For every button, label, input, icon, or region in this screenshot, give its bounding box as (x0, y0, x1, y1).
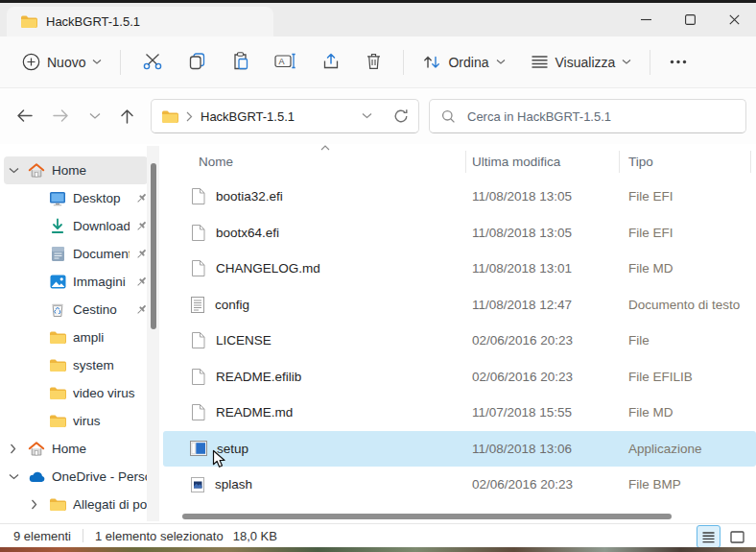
copy-button[interactable] (188, 52, 206, 73)
file-icon (190, 368, 206, 386)
file-rows: bootia32.efi11/08/2018 13:05File EFIboot… (163, 179, 756, 503)
onedrive-icon (27, 470, 46, 483)
sidebar-item-immagini[interactable]: Immagini (4, 268, 148, 296)
sidebar-item-video-virus[interactable]: video virus (4, 379, 148, 407)
file-row-bootia32-efi[interactable]: bootia32.efi11/08/2018 13:05File EFI (163, 179, 756, 215)
view-icon (531, 55, 549, 69)
window-controls (624, 3, 756, 36)
column-divider[interactable] (465, 151, 466, 173)
file-name-cell: config (163, 296, 472, 314)
sidebar-item-allegati-di-post[interactable]: Allegati di post (4, 491, 148, 518)
maximize-button[interactable] (668, 3, 712, 36)
refresh-icon[interactable] (393, 108, 409, 124)
file-name: setup (217, 442, 248, 456)
search-box[interactable] (429, 99, 746, 133)
column-headers: Nome Ultima modifica Tipo (163, 144, 756, 179)
sidebar-item-documenti[interactable]: Documenti (4, 240, 148, 268)
file-modified: 11/08/2018 13:05 (472, 189, 628, 204)
status-divider (83, 529, 83, 542)
recycle-bin-icon (48, 301, 67, 318)
close-button[interactable] (712, 3, 756, 36)
sidebar-item-cestino[interactable]: Cestino (4, 296, 148, 324)
toolbar-divider (120, 50, 121, 75)
file-name-cell: splash (163, 476, 472, 493)
file-icon (190, 259, 206, 277)
breadcrumb-path[interactable]: HackBGRT-1.5.1 (201, 109, 295, 124)
new-button[interactable]: Nuovo (13, 46, 110, 78)
folder-icon (20, 14, 37, 29)
file-row-readme-efilib[interactable]: README.efilib02/06/2016 20:23File EFILIB (163, 359, 756, 396)
chevron-right-icon[interactable] (27, 499, 42, 510)
new-button-label: Nuovo (47, 55, 85, 70)
sidebar-item-label: Cestino (73, 302, 117, 317)
cut-button[interactable] (142, 52, 163, 73)
sidebar-item-onedrive-perso[interactable]: OneDrive - Perso (4, 463, 148, 491)
details-view-icon (701, 531, 716, 543)
column-header-nome[interactable]: Nome (163, 155, 472, 169)
sidebar-item-desktop[interactable]: Desktop (4, 184, 148, 212)
column-divider[interactable] (750, 151, 751, 173)
minimize-button[interactable] (624, 3, 668, 36)
sidebar-item-system[interactable]: system (4, 351, 148, 379)
column-header-tipo[interactable]: Tipo (628, 155, 756, 169)
rename-button[interactable]: A (274, 53, 296, 72)
text-file-icon (190, 296, 205, 314)
sidebar-item-label: Home (52, 163, 86, 178)
view-button[interactable]: Visualizza (522, 48, 641, 77)
chevron-down-icon[interactable] (6, 167, 21, 175)
navigation-bar: HackBGRT-1.5.1 (0, 88, 756, 144)
file-modified: 11/08/2018 13:06 (472, 442, 628, 456)
file-row-setup[interactable]: setup11/08/2018 13:06Applicazione (163, 431, 756, 468)
sidebar-item-ampli[interactable]: ampli (4, 324, 148, 351)
address-bar[interactable]: HackBGRT-1.5.1 (151, 99, 419, 133)
search-input[interactable] (465, 108, 734, 125)
chevron-right-icon[interactable] (6, 444, 21, 454)
sidebar-item-download[interactable]: Download (4, 212, 148, 240)
file-icon (190, 403, 206, 421)
details-view-toggle[interactable] (697, 525, 721, 548)
large-icons-view-toggle[interactable] (725, 525, 749, 548)
sort-button[interactable]: Ordina (413, 47, 513, 77)
file-name: README.efilib (216, 370, 301, 384)
file-row-config[interactable]: config11/08/2018 12:47Documento di testo (163, 287, 756, 324)
share-button[interactable] (321, 52, 341, 73)
file-row-bootx64-efi[interactable]: bootx64.efi11/08/2018 13:05File EFI (163, 215, 756, 252)
file-type: Documento di testo (628, 298, 756, 312)
sort-icon (422, 54, 441, 70)
sort-button-label: Ordina (448, 55, 488, 70)
sidebar-item-home[interactable]: Home (4, 435, 148, 463)
paste-button[interactable] (231, 51, 249, 73)
horizontal-scrollbar-thumb[interactable] (182, 514, 672, 519)
sidebar-item-label: Home (52, 442, 86, 456)
delete-button[interactable] (366, 52, 382, 73)
address-dropdown-chevron-icon[interactable] (362, 112, 372, 120)
file-name: README.md (216, 405, 293, 420)
file-type: File EFILIB (628, 370, 756, 384)
recent-locations-chevron-icon[interactable] (89, 112, 101, 120)
minimize-icon (641, 14, 651, 25)
forward-icon[interactable] (52, 108, 70, 124)
folder-icon (48, 330, 67, 345)
file-row-license[interactable]: LICENSE02/06/2016 20:23File (163, 323, 756, 359)
back-icon[interactable] (15, 108, 34, 124)
file-modified: 02/06/2016 20:23 (472, 370, 628, 384)
file-modified: 11/08/2018 13:01 (472, 261, 628, 276)
file-icon (190, 224, 206, 242)
sidebar-scrollbar-thumb[interactable] (151, 163, 156, 329)
chevron-down-icon (496, 59, 506, 65)
file-name-cell: LICENSE (163, 331, 472, 349)
sidebar-item-home[interactable]: Home (4, 156, 148, 184)
sidebar-item-virus[interactable]: virus (4, 407, 148, 435)
chevron-down-icon[interactable] (6, 473, 21, 481)
clipboard-actions: A (142, 51, 382, 73)
file-name: CHANGELOG.md (216, 261, 320, 276)
file-row-changelog-md[interactable]: CHANGELOG.md11/08/2018 13:01File MD (163, 251, 756, 287)
more-options-button[interactable] (660, 52, 697, 72)
column-divider[interactable] (619, 151, 620, 173)
file-row-splash[interactable]: splash02/06/2016 20:23File BMP (163, 467, 756, 503)
pictures-icon (48, 275, 67, 289)
column-header-ultima-modifica[interactable]: Ultima modifica (472, 155, 628, 169)
file-row-readme-md[interactable]: README.md11/07/2018 15:55File MD (163, 395, 756, 431)
sidebar-item-label: Download (73, 219, 130, 233)
up-icon[interactable] (119, 108, 135, 125)
